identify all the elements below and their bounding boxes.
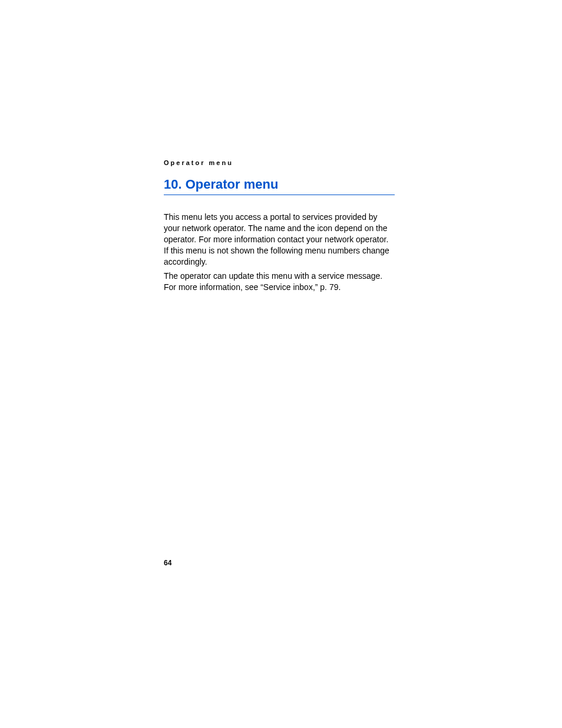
content-block: Operator menu 10. Operator menu This men…: [164, 159, 395, 297]
running-header: Operator menu: [164, 159, 395, 166]
body-paragraph-2: The operator can update this menu with a…: [164, 271, 395, 293]
chapter-title: 10. Operator menu: [164, 177, 395, 195]
document-page: Operator menu 10. Operator menu This men…: [0, 0, 562, 728]
body-paragraph-1: This menu lets you access a portal to se…: [164, 212, 395, 267]
page-number: 64: [164, 559, 171, 567]
